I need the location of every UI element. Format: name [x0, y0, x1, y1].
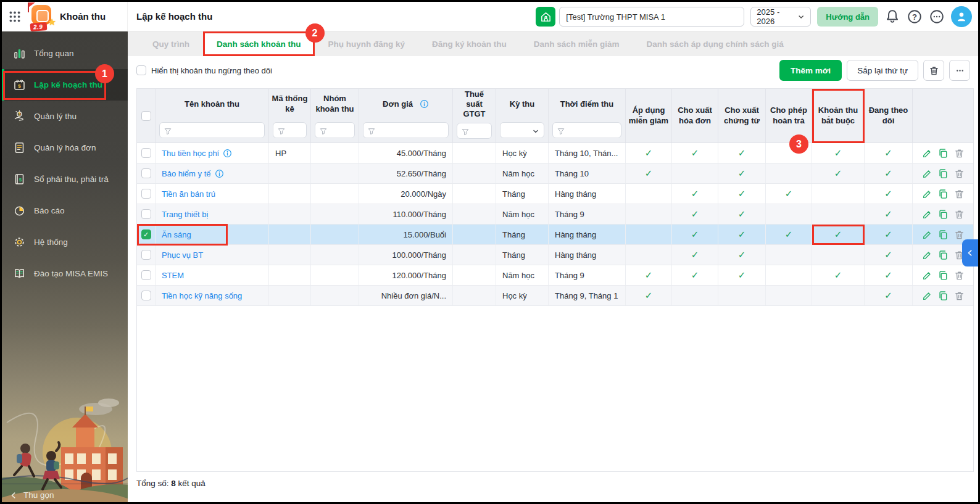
edit-icon[interactable]: [922, 270, 932, 281]
edit-icon[interactable]: [922, 291, 932, 301]
cell-theo-doi: ✓: [865, 286, 913, 305]
edit-icon[interactable]: [922, 229, 932, 240]
notification-bell-icon[interactable]: [884, 9, 900, 25]
filter-group-input[interactable]: [315, 122, 355, 138]
fee-name-link[interactable]: Phục vụ BT: [162, 250, 203, 260]
duplicate-icon[interactable]: [938, 189, 949, 199]
trash-icon[interactable]: [954, 189, 965, 199]
sidebar-item-revenue-planning[interactable]: $ Lập kế hoạch thu: [2, 69, 128, 101]
app-logo[interactable]: ★ 2.9: [26, 3, 56, 30]
table-row[interactable]: Tiền học kỹ năng sống Nhiều đơn giá/N...…: [137, 286, 973, 306]
duplicate-icon[interactable]: [938, 209, 949, 220]
filter-name-input[interactable]: [159, 122, 265, 138]
row-checkbox[interactable]: [141, 168, 151, 178]
add-new-button[interactable]: Thêm mới: [779, 60, 842, 81]
cell-hoan-tra: [766, 265, 812, 285]
filter-period-select[interactable]: [500, 122, 544, 138]
duplicate-icon[interactable]: [938, 168, 949, 179]
row-checkbox[interactable]: [141, 270, 151, 280]
fee-name-link[interactable]: Thu tiền học phí: [162, 149, 219, 158]
tab-phu-huynh-dang-ky[interactable]: Phụ huynh đăng ký: [315, 31, 419, 56]
duplicate-icon[interactable]: [938, 229, 949, 240]
sidebar-item-invoice-management[interactable]: Quản lý hóa đơn: [2, 132, 128, 163]
trash-icon[interactable]: [954, 168, 965, 179]
filter-time-input[interactable]: [552, 122, 621, 138]
sidebar-item-overview[interactable]: Tổng quan: [2, 38, 128, 69]
fee-name-link[interactable]: Tiền ăn bán trú: [162, 189, 215, 199]
cell-chung-tu: ✓: [718, 245, 766, 265]
cell-theo-doi: ✓: [865, 163, 913, 183]
show-stopped-checkbox-group[interactable]: Hiển thị khoản thu ngừng theo dõi: [136, 65, 272, 75]
fee-name-link[interactable]: Trang thiết bị: [162, 210, 208, 219]
row-checkbox-checked[interactable]: [141, 229, 151, 239]
edit-icon[interactable]: [922, 189, 932, 199]
tab-danh-sach-khoan-thu[interactable]: Danh sách khoản thu 2: [203, 31, 315, 56]
table-row[interactable]: Bảo hiểm y tế 52.650/Tháng Năm học Tháng…: [137, 163, 973, 184]
edit-icon[interactable]: [922, 250, 932, 260]
app-grid-icon[interactable]: [8, 10, 22, 23]
info-icon[interactable]: [223, 149, 232, 158]
duplicate-icon[interactable]: [938, 148, 949, 159]
sidebar-item-training[interactable]: Đào tạo MISA EMIS: [2, 258, 128, 289]
filter-code-input[interactable]: [273, 122, 307, 138]
edit-icon[interactable]: [922, 148, 932, 159]
fee-name-link[interactable]: Tiền học kỹ năng sống: [162, 291, 242, 300]
sidebar-item-system[interactable]: Hệ thống: [2, 226, 128, 258]
duplicate-icon[interactable]: [938, 250, 949, 260]
table-row[interactable]: Trang thiết bị 110.000/Tháng Năm học Thá…: [137, 204, 973, 225]
filter-price-input[interactable]: [363, 122, 449, 138]
tab-danh-sach-mien-giam[interactable]: Danh sách miễn giảm: [520, 31, 633, 56]
trash-icon[interactable]: [954, 148, 965, 159]
more-actions-button[interactable]: [949, 60, 970, 81]
fee-name-link[interactable]: Ăn sáng: [162, 230, 191, 239]
table-row-selected[interactable]: Ăn sáng 15.000/Buổi Tháng Hàng tháng ✓ ✓…: [137, 225, 973, 245]
more-options-icon[interactable]: [929, 9, 945, 25]
trash-icon[interactable]: [954, 270, 965, 281]
fee-name-link[interactable]: Bảo hiểm y tế: [162, 169, 211, 178]
tab-chinh-sach-gia[interactable]: Danh sách áp dụng chính sách giá: [633, 31, 797, 56]
show-stopped-checkbox[interactable]: [136, 65, 146, 75]
table-row[interactable]: Tiền ăn bán trú 20.000/Ngày Tháng Hàng t…: [137, 184, 973, 204]
row-checkbox[interactable]: [141, 209, 151, 219]
delete-button[interactable]: [923, 60, 944, 81]
duplicate-icon[interactable]: [938, 270, 949, 281]
cell-mien-giam: [626, 225, 672, 244]
row-checkbox[interactable]: [141, 148, 151, 158]
side-panel-expand-button[interactable]: [962, 239, 978, 266]
reorder-button[interactable]: Sắp lại thứ tự: [847, 60, 918, 81]
cell-time: Hàng tháng: [549, 245, 626, 265]
row-checkbox[interactable]: [141, 189, 151, 199]
school-selector[interactable]: [Test] Trường THPT MISA 1: [559, 7, 744, 27]
row-checkbox[interactable]: [141, 250, 151, 260]
table-row[interactable]: STEM 120.000/Tháng Năm học Tháng 9 ✓ ✓ ✓…: [137, 265, 973, 286]
tab-quy-trinh[interactable]: Quy trình: [139, 31, 203, 56]
sidebar-collapse-button[interactable]: Thu gọn: [2, 484, 128, 504]
fee-name-link[interactable]: STEM: [162, 271, 184, 280]
edit-icon[interactable]: [922, 209, 932, 220]
sidebar-item-receivable-ledger[interactable]: $ Sổ phải thu, phải trả: [2, 163, 128, 195]
guide-button[interactable]: Hướng dẫn: [817, 7, 878, 27]
table-row[interactable]: Phục vụ BT 100.000/Tháng Tháng Hàng thán…: [137, 245, 973, 265]
trash-icon[interactable]: [954, 229, 965, 240]
col-header-price-label: Đơn giá: [383, 99, 413, 109]
select-all-checkbox[interactable]: [141, 111, 151, 121]
info-icon[interactable]: [420, 99, 429, 109]
filter-vat-input[interactable]: [457, 123, 492, 139]
duplicate-icon[interactable]: [938, 291, 949, 301]
tab-dang-ky-khoan-thu[interactable]: Đăng ký khoản thu: [418, 31, 520, 56]
edit-icon[interactable]: [922, 168, 932, 179]
row-checkbox[interactable]: [141, 291, 151, 300]
cell-time: Tháng 9: [549, 265, 626, 285]
home-button[interactable]: [536, 7, 555, 27]
help-icon[interactable]: ?: [907, 9, 923, 25]
cell-code: [269, 245, 311, 265]
user-avatar[interactable]: [951, 6, 972, 27]
trash-icon[interactable]: [954, 291, 965, 301]
school-year-select[interactable]: 2025 - 2026: [750, 7, 811, 27]
cell-code: [269, 225, 311, 244]
sidebar-item-collection-management[interactable]: $ Quản lý thu: [2, 101, 128, 132]
sidebar-item-reports[interactable]: Báo cáo: [2, 195, 128, 226]
table-row[interactable]: Thu tiền học phí HP 45.000/Tháng Học kỳ …: [137, 143, 973, 163]
info-icon[interactable]: [215, 169, 224, 178]
trash-icon[interactable]: [954, 209, 965, 220]
